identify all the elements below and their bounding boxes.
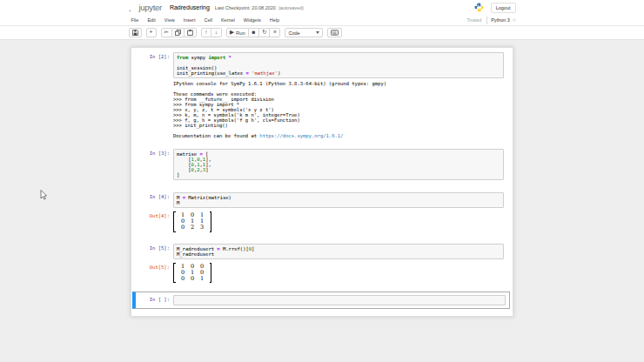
output-prompt: Out[4]: — [132, 211, 173, 218]
console-output-1: IPython console for SymPy 1.6.1 (Python … — [173, 81, 504, 86]
stop-icon: ■ — [252, 30, 256, 36]
jupyter-notebook-app: jupyter Radredusering Last Checkpoint: 2… — [0, 0, 644, 362]
save-button[interactable] — [129, 28, 142, 37]
logout-button[interactable]: Logout — [491, 3, 516, 13]
checkpoint-status: Last Checkpoint: 20.08.2020 — [215, 5, 276, 10]
clipboard-icon — [187, 30, 193, 36]
matrix: 101011023 — [173, 211, 211, 232]
python-logo-icon — [474, 3, 484, 12]
trusted-badge: Trusted — [466, 17, 481, 23]
notebook-title[interactable]: Radredusering — [170, 4, 210, 10]
arrow-down-icon: ↓ — [215, 30, 218, 36]
menu-file[interactable]: File — [129, 17, 144, 23]
menu-insert[interactable]: Insert — [179, 17, 200, 23]
menu-kernel[interactable]: Kernel — [217, 17, 239, 23]
divider — [486, 17, 487, 24]
refresh-icon: ↻ — [262, 30, 266, 36]
console-text: These commands were executed: >>> from _… — [173, 91, 300, 138]
insert-cell-button[interactable]: + — [146, 28, 157, 37]
restart-run-all-button[interactable]: » — [270, 28, 280, 37]
matrix-output-1: 101011023 — [173, 211, 211, 236]
cell-type-select[interactable]: Code — [285, 28, 323, 37]
toolbar: + ✂ ↑ ↓ — [0, 26, 644, 40]
code-input-2[interactable]: matrise = [ [1,0,1], [0,1,1], [0,2,3]] — [173, 149, 504, 180]
kernel-name: Python 3 — [491, 17, 510, 23]
cut-cell-button[interactable]: ✂ — [161, 28, 172, 37]
menu-bar: File Edit View Insert Cell Kernel Widget… — [0, 15, 644, 26]
code-input-5[interactable] — [173, 295, 506, 305]
code-input-1[interactable]: from sympy import * init_session()init_p… — [173, 52, 504, 78]
menu-help[interactable]: Help — [265, 17, 284, 23]
matrix: 100010001 — [173, 263, 211, 284]
sympy-docs-link[interactable]: https://docs.sympy.org/1.6.1/ — [259, 133, 343, 138]
output-prompt-spacer — [132, 81, 173, 83]
code-cell-2: In [3]: matrise = [ [1,0,1], [0,1,1], [0… — [131, 147, 513, 180]
run-button[interactable]: ▶ Run — [226, 28, 249, 37]
copy-cell-button[interactable] — [172, 28, 184, 37]
code-cell-4: In [5]: M_radredusert = M.rref()[0]M_rad… — [131, 242, 513, 287]
jupyter-logo[interactable]: jupyter — [129, 3, 162, 12]
header-bar: jupyter Radredusering Last Checkpoint: 2… — [0, 0, 644, 15]
menu-view[interactable]: View — [160, 17, 179, 23]
input-prompt: In [3]: — [132, 149, 173, 156]
fast-forward-icon: » — [273, 30, 277, 36]
scissors-icon: ✂ — [164, 30, 169, 36]
arrow-up-icon: ↑ — [205, 30, 207, 36]
move-cell-up-button[interactable]: ↑ — [201, 28, 211, 37]
code-input-3[interactable]: M = Matrix(matrise)M — [173, 192, 504, 208]
console-output-2: These commands were executed: >>> from _… — [173, 91, 504, 138]
floppy-icon — [132, 30, 138, 36]
jupyter-logo-text: jupyter — [139, 3, 162, 12]
code-cell-1: In [2]: from sympy import * init_session… — [131, 50, 513, 138]
jupyter-moons-icon — [129, 3, 138, 12]
run-label: Run — [236, 30, 245, 36]
code-input-4[interactable]: M_radredusert = M.rref()[0]M_radredusert — [173, 244, 504, 259]
output-prompt: Out[5]: — [132, 262, 173, 270]
restart-kernel-button[interactable]: ↻ — [259, 28, 270, 37]
cell-type-value: Code — [288, 30, 299, 36]
menu-edit[interactable]: Edit — [143, 17, 159, 23]
output-prompt-spacer — [132, 91, 173, 93]
input-prompt: In [ ]: — [136, 295, 173, 302]
input-prompt: In [2]: — [132, 52, 173, 59]
plus-icon: + — [150, 30, 153, 36]
chevron-down-icon — [316, 31, 319, 34]
copy-icon — [175, 30, 181, 36]
code-cell-3: In [4]: M = Matrix(matrise)M Out[4]: 101… — [131, 191, 513, 236]
interrupt-kernel-button[interactable]: ■ — [249, 28, 259, 37]
notebook-container: In [2]: from sympy import * init_session… — [131, 47, 513, 317]
move-cell-down-button[interactable]: ↓ — [211, 28, 222, 37]
command-palette-button[interactable] — [327, 28, 342, 37]
paste-cell-button[interactable] — [184, 28, 197, 37]
keyboard-icon — [331, 30, 339, 36]
notebook-area: In [2]: from sympy import * init_session… — [0, 40, 644, 362]
matrix-output-2: 100010001 — [173, 262, 211, 287]
step-forward-icon: ▶ — [230, 30, 234, 36]
selected-empty-cell[interactable]: In [ ]: — [132, 292, 510, 309]
autosave-status: (autosaved) — [278, 5, 304, 10]
menu-cell[interactable]: Cell — [199, 17, 216, 23]
input-prompt: In [5]: — [132, 244, 173, 251]
kernel-idle-icon: ○ — [513, 17, 516, 23]
menu-widgets[interactable]: Widgets — [239, 17, 265, 23]
input-prompt: In [4]: — [132, 192, 173, 199]
